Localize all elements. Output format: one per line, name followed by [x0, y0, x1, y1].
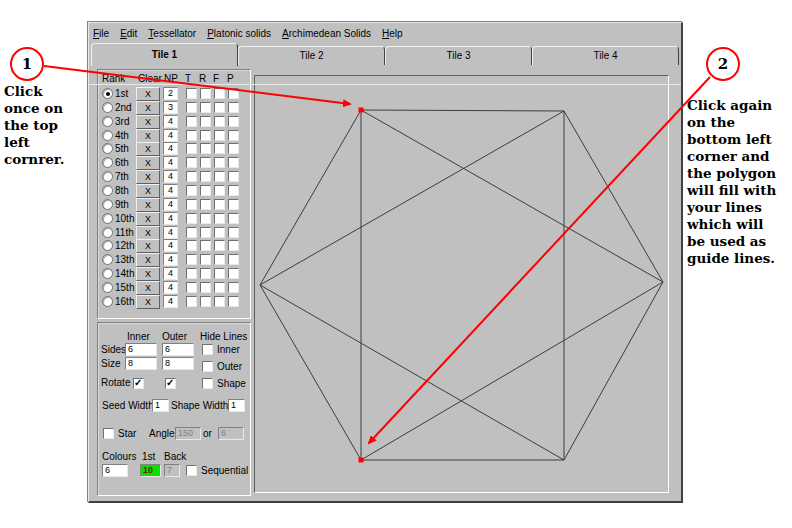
checkbox-f[interactable] [214, 199, 225, 210]
tab-tile-4[interactable]: Tile 4 [532, 46, 679, 65]
checkbox-p[interactable] [228, 130, 239, 141]
rank-radio[interactable] [102, 268, 113, 279]
tab-tile-1[interactable]: Tile 1 [91, 43, 238, 66]
checkbox-r[interactable] [200, 130, 211, 141]
rank-radio[interactable] [102, 143, 113, 154]
clear-button[interactable]: X [136, 253, 160, 267]
checkbox-p[interactable] [228, 296, 239, 307]
clear-button[interactable]: X [136, 239, 160, 253]
clear-button[interactable]: X [136, 101, 160, 115]
checkbox-p[interactable] [228, 171, 239, 182]
checkbox-r[interactable] [200, 185, 211, 196]
checkbox-p[interactable] [228, 254, 239, 265]
checkbox-r[interactable] [200, 240, 211, 251]
menu-edit[interactable]: Edit [120, 28, 137, 39]
checkbox-r[interactable] [200, 157, 211, 168]
checkbox-f[interactable] [214, 157, 225, 168]
np-field[interactable]: 4 [163, 129, 178, 142]
checkbox-p[interactable] [228, 88, 239, 99]
clear-button[interactable]: X [136, 156, 160, 170]
checkbox-r[interactable] [200, 282, 211, 293]
sequential-checkbox[interactable] [186, 465, 197, 476]
clear-button[interactable]: X [136, 129, 160, 143]
np-field[interactable]: 4 [163, 267, 178, 280]
clear-button[interactable]: X [136, 295, 160, 309]
hide-shape-checkbox[interactable] [202, 378, 213, 389]
rank-radio[interactable] [102, 296, 113, 307]
checkbox-r[interactable] [200, 268, 211, 279]
np-field[interactable]: 4 [163, 170, 178, 183]
checkbox-f[interactable] [214, 171, 225, 182]
rank-radio[interactable] [102, 130, 113, 141]
checkbox-t[interactable] [186, 227, 197, 238]
checkbox-p[interactable] [228, 199, 239, 210]
checkbox-p[interactable] [228, 116, 239, 127]
rank-radio[interactable] [102, 102, 113, 113]
checkbox-r[interactable] [200, 143, 211, 154]
menu-help[interactable]: Help [382, 28, 403, 39]
checkbox-f[interactable] [214, 130, 225, 141]
angle-or-field[interactable]: 6 [218, 427, 244, 440]
menu-archimedean-solids[interactable]: Archimedean Solids [282, 28, 371, 39]
drawing-canvas[interactable] [254, 75, 669, 493]
checkbox-t[interactable] [186, 282, 197, 293]
checkbox-p[interactable] [228, 102, 239, 113]
checkbox-p[interactable] [228, 227, 239, 238]
rank-radio[interactable] [102, 157, 113, 168]
menu-file[interactable]: File [93, 28, 109, 39]
clear-button[interactable]: X [136, 226, 160, 240]
angle-field[interactable]: 150 [175, 427, 201, 440]
np-field[interactable]: 4 [163, 184, 178, 197]
rank-radio[interactable] [102, 282, 113, 293]
checkbox-r[interactable] [200, 227, 211, 238]
checkbox-t[interactable] [186, 130, 197, 141]
checkbox-f[interactable] [214, 143, 225, 154]
np-field[interactable]: 4 [163, 198, 178, 211]
checkbox-p[interactable] [228, 213, 239, 224]
np-field[interactable]: 4 [163, 295, 178, 308]
rank-radio[interactable] [102, 213, 113, 224]
menu-tessellator[interactable]: Tessellator [148, 28, 196, 39]
checkbox-t[interactable] [186, 268, 197, 279]
clear-button[interactable]: X [136, 142, 160, 156]
checkbox-f[interactable] [214, 254, 225, 265]
np-field[interactable]: 4 [163, 156, 178, 169]
rank-radio[interactable] [102, 254, 113, 265]
np-field[interactable]: 4 [163, 142, 178, 155]
np-field[interactable]: 4 [163, 212, 178, 225]
checkbox-f[interactable] [214, 185, 225, 196]
checkbox-t[interactable] [186, 143, 197, 154]
checkbox-p[interactable] [228, 185, 239, 196]
rotate-outer-checkbox[interactable] [165, 378, 176, 389]
size-inner-field[interactable]: 8 [125, 357, 157, 370]
checkbox-p[interactable] [228, 268, 239, 279]
checkbox-f[interactable] [214, 213, 225, 224]
checkbox-r[interactable] [200, 88, 211, 99]
rank-radio[interactable] [102, 199, 113, 210]
checkbox-f[interactable] [214, 268, 225, 279]
star-checkbox[interactable] [103, 428, 114, 439]
tab-tile-3[interactable]: Tile 3 [385, 46, 532, 65]
rotate-inner-checkbox[interactable] [133, 378, 144, 389]
checkbox-r[interactable] [200, 254, 211, 265]
checkbox-t[interactable] [186, 213, 197, 224]
checkbox-p[interactable] [228, 240, 239, 251]
checkbox-r[interactable] [200, 102, 211, 113]
colours-field[interactable]: 6 [102, 464, 128, 477]
checkbox-t[interactable] [186, 88, 197, 99]
checkbox-t[interactable] [186, 296, 197, 307]
clear-button[interactable]: X [136, 115, 160, 129]
rank-radio[interactable] [102, 240, 113, 251]
np-field[interactable]: 4 [163, 253, 178, 266]
np-field[interactable]: 2 [163, 87, 178, 100]
rank-radio[interactable] [102, 116, 113, 127]
checkbox-t[interactable] [186, 185, 197, 196]
checkbox-p[interactable] [228, 157, 239, 168]
checkbox-f[interactable] [214, 240, 225, 251]
checkbox-t[interactable] [186, 240, 197, 251]
seed-width-field[interactable]: 1 [152, 399, 169, 412]
first-colour-field[interactable]: 10 [140, 464, 161, 477]
checkbox-f[interactable] [214, 88, 225, 99]
clear-button[interactable]: X [136, 170, 160, 184]
rank-radio[interactable] [102, 227, 113, 238]
